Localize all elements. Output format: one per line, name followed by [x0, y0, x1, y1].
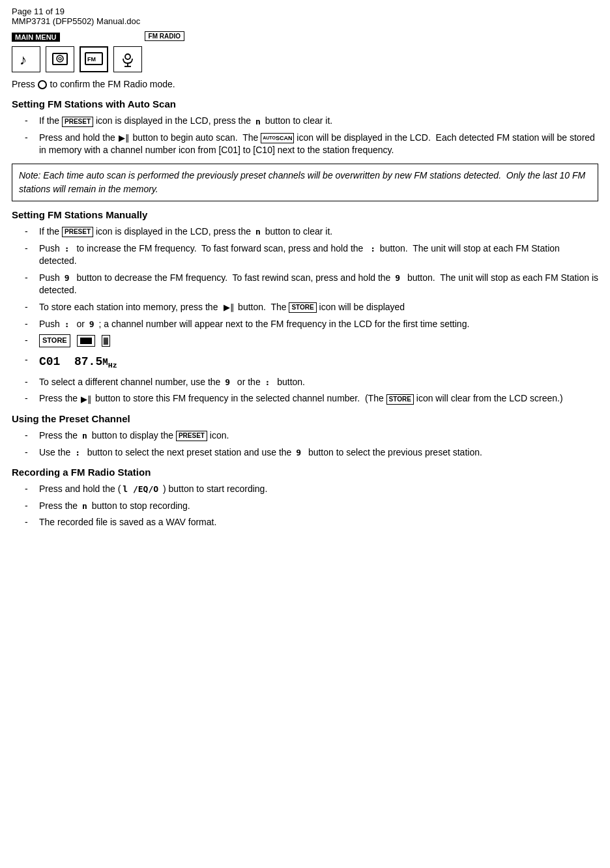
fm-radio-icon: FM — [80, 46, 108, 72]
doc-name: MMP3731 (DFP5502) Manual.doc — [12, 16, 598, 26]
lcd-frequency-display: C01 87.5MHz — [39, 354, 598, 371]
manual-bullets: - If the PRESET icon is displayed in the… — [25, 225, 598, 371]
play-pause-icon: ▶∥ — [119, 132, 130, 144]
page-header: Page 11 of 19 MMP3731 (DFP5502) Manual.d… — [12, 7, 598, 26]
back-button-2: 9 — [393, 272, 402, 284]
back-btn: 9 — [223, 377, 232, 388]
svg-text:♪: ♪ — [20, 51, 27, 68]
page-info: Page 11 of 19 — [12, 7, 598, 16]
preset-icon: PRESET — [176, 431, 207, 441]
recording-bullets: - Press and hold the (l /EQ/O ) button t… — [25, 483, 598, 529]
svg-point-6 — [125, 54, 130, 59]
preset-heading: Using the Preset Channel — [12, 413, 598, 424]
svg-text:FM: FM — [87, 56, 96, 63]
list-item: - To store each station into memory, pre… — [25, 301, 598, 314]
list-item: - STORE ▓ — [25, 334, 598, 349]
section-auto-scan: Setting FM Stations with Auto Scan - If … — [12, 98, 598, 157]
back-button: 9 — [63, 272, 72, 284]
preset-bullets: - Press the n button to display the PRES… — [25, 429, 598, 459]
confirm-button-icon — [38, 80, 47, 89]
list-item: - Push 9 button to decrease the FM frequ… — [25, 272, 598, 297]
manual-bullets-2: - To select a different channel number, … — [25, 376, 598, 405]
lcd-icons-row: STORE ▓ — [39, 334, 598, 347]
store-icon: STORE — [289, 302, 316, 313]
list-item: - To select a different channel number, … — [25, 376, 598, 389]
back-button: 9 — [294, 447, 303, 459]
power-eq-button: l /EQ/O — [121, 484, 160, 495]
forward-button: : — [73, 447, 82, 459]
auto-scan-heading: Setting FM Stations with Auto Scan — [12, 98, 598, 109]
autoscan-icon: AUTOSCAN — [261, 133, 294, 143]
list-item: - The recorded file is saved as a WAV fo… — [25, 516, 598, 529]
press-confirm: Press to confirm the FM Radio mode. — [12, 79, 598, 89]
menu-icons-row: ♪ FM — [12, 46, 598, 72]
n-button: n — [80, 430, 89, 442]
list-item: - Push : or 9 ; a channel number will ap… — [25, 318, 598, 331]
store-icon: STORE — [386, 394, 414, 405]
recording-heading: Recording a FM Radio Station — [12, 467, 598, 478]
main-menu-label: MAIN MENU — [12, 33, 60, 42]
note-text: Note: Each time auto scan is performed t… — [19, 170, 585, 194]
note-box: Note: Each time auto scan is performed t… — [12, 164, 598, 201]
mic-icon — [113, 46, 142, 72]
list-item: - Use the : button to select the next pr… — [25, 446, 598, 459]
forward-button-2: : — [368, 243, 377, 255]
list-item: - C01 87.5MHz — [25, 354, 598, 371]
signal-icon: ▓ — [102, 335, 110, 347]
list-item: - Push : to increase the FM frequency. T… — [25, 242, 598, 268]
forward-btn: : — [263, 377, 272, 388]
section-preset: Using the Preset Channel - Press the n b… — [12, 413, 598, 459]
n-button: n — [80, 500, 89, 512]
forward-button: : — [63, 243, 72, 255]
n-button: n — [254, 226, 263, 238]
list-item: - If the PRESET icon is displayed in the… — [25, 225, 598, 239]
main-menu-area: MAIN MENU FM RADIO ♪ FM — [12, 33, 598, 72]
section-manual: Setting FM Stations Manually - If the PR… — [12, 209, 598, 371]
n-button: n — [254, 116, 263, 128]
photo-icon — [46, 46, 74, 72]
svg-point-3 — [59, 57, 61, 60]
svg-point-2 — [57, 55, 63, 62]
play-pause-icon: ▶∥ — [224, 302, 235, 313]
auto-scan-bullets: - If the PRESET icon is displayed in the… — [25, 115, 598, 157]
frequency-value: 87.5MHz — [74, 355, 117, 368]
list-item: - Press the n button to display the PRES… — [25, 429, 598, 442]
back-btn: 9 — [87, 319, 96, 330]
manual-heading: Setting FM Stations Manually — [12, 209, 598, 220]
store-icon-large: STORE — [39, 334, 70, 347]
preset-icon: PRESET — [62, 117, 93, 127]
channel-number: C01 — [39, 355, 60, 368]
forward-btn: : — [63, 319, 72, 330]
list-item: - Press the n button to stop recording. — [25, 500, 598, 513]
list-item: - If the PRESET icon is displayed in the… — [25, 115, 598, 128]
battery-full-icon — [77, 335, 95, 347]
preset-icon: PRESET — [62, 227, 93, 237]
fm-radio-label: FM RADIO — [145, 31, 184, 41]
section-recording: Recording a FM Radio Station - Press and… — [12, 467, 598, 529]
play-pause-icon: ▶∥ — [81, 394, 92, 405]
list-item: - Press and hold the ▶∥ button to begin … — [25, 132, 598, 157]
list-item: - Press the ▶∥ button to store this FM f… — [25, 392, 598, 405]
list-item: - Press and hold the (l /EQ/O ) button t… — [25, 483, 598, 496]
music-icon: ♪ — [12, 46, 40, 72]
